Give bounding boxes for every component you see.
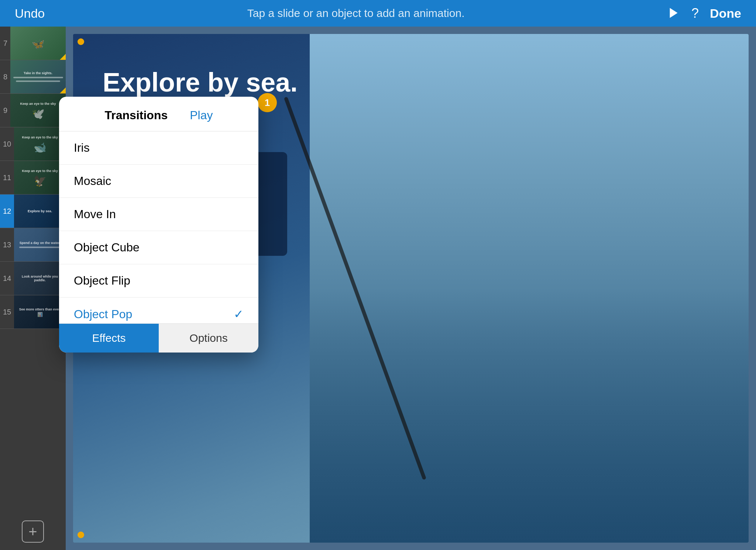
slide-thumb-13[interactable]: 13 Spend a day on the water. — [0, 228, 66, 262]
thumb-line — [16, 80, 60, 82]
water-overlay — [310, 288, 749, 543]
popup-item-move-in[interactable]: Move In — [59, 198, 258, 231]
slide-number-11: 11 — [0, 161, 14, 194]
top-bar-right: ? Done — [667, 6, 741, 21]
thumb-line — [19, 247, 61, 248]
yellow-corner-8 — [60, 87, 66, 93]
slide-thumbnail-14: Look around while you paddle. — [14, 262, 66, 295]
transitions-popup: Transitions Play IrisMosaicMove InObject… — [59, 97, 258, 353]
popup-item-label: Object Cube — [74, 241, 140, 254]
add-slide-button[interactable]: + — [22, 520, 44, 543]
popup-item-mosaic[interactable]: Mosaic — [59, 165, 258, 198]
slide-number-8: 8 — [0, 60, 10, 93]
tab-play[interactable]: Play — [190, 107, 213, 124]
yellow-corner-7 — [60, 54, 66, 60]
slide-thumbnail-13: Spend a day on the water. — [14, 228, 66, 261]
top-bar: Undo Tap a slide or an object to add an … — [0, 0, 756, 27]
tab-options[interactable]: Options — [159, 324, 258, 353]
popup-list: IrisMosaicMove InObject CubeObject FlipO… — [59, 131, 258, 323]
hint-text: Tap a slide or an object to add an anima… — [247, 7, 465, 19]
thumb-title-15: See more otters than ever. — [18, 307, 62, 312]
thumb-title-8: Take in the sights. — [22, 71, 54, 76]
bird-icon: 🕊️ — [32, 108, 45, 120]
undo-button[interactable]: Undo — [15, 6, 45, 21]
slide-number-13: 13 — [0, 228, 14, 261]
bird2-icon: 🦅 — [34, 175, 47, 187]
plus-icon: + — [28, 523, 37, 540]
slide-number-10: 10 — [0, 127, 14, 161]
slide-number-7: 7 — [0, 27, 10, 60]
top-bar-left: Undo — [15, 6, 45, 21]
slide-thumb-11[interactable]: 11 Keep an eye to the sky 🦅 ⋮ — [0, 161, 66, 195]
svg-marker-0 — [670, 8, 677, 18]
thumb-title-9: Keep an eye to the sky — [18, 101, 57, 106]
popup-item-label: Mosaic — [74, 174, 111, 188]
thumb-title-14: Look around while you paddle. — [14, 274, 66, 283]
slide-thumb-7[interactable]: 7 🦋 — [0, 27, 66, 60]
whale-icon: 🐋 — [34, 141, 47, 154]
play-button[interactable] — [667, 6, 680, 21]
thumb-line — [13, 77, 63, 78]
slide-thumb-12[interactable]: 12 Explore by sea. ⋮ ◀ — [0, 195, 66, 228]
popup-item-label: Move In — [74, 207, 116, 221]
popup-item-object-flip[interactable]: Object Flip — [59, 264, 258, 298]
help-button[interactable]: ? — [691, 6, 699, 21]
thumb-title-12: Explore by sea. — [26, 209, 54, 214]
popup-item-label: Object Flip — [74, 274, 130, 288]
popup-footer: Effects Options — [59, 323, 258, 353]
slide-number-14: 14 — [0, 262, 14, 295]
thumb-title-11: Keep an eye to the sky — [21, 168, 59, 173]
slide-thumb-9[interactable]: 9 Keep an eye to the sky 🕊️ ⋮ — [0, 94, 66, 127]
popup-item-label: Iris — [74, 141, 90, 155]
kayaker-bg — [310, 34, 749, 543]
slide-thumb-10[interactable]: 10 Keep an eye to the sky 🐋 ⋮ — [0, 127, 66, 161]
play-icon — [667, 6, 680, 20]
popup-item-iris[interactable]: Iris — [59, 131, 258, 165]
handle-top-left[interactable] — [78, 38, 84, 45]
slide-thumbnail-8: Take in the sights. — [10, 60, 66, 93]
handle-bottom-left[interactable] — [78, 532, 84, 538]
top-bar-center: Tap a slide or an object to add an anima… — [45, 7, 667, 20]
checkmark-icon: ✓ — [234, 307, 244, 321]
popup-item-object-pop[interactable]: Object Pop✓ — [59, 298, 258, 323]
slide-thumb-14[interactable]: 14 Look around while you paddle. — [0, 262, 66, 295]
slide-thumb-8[interactable]: 8 Take in the sights. — [0, 60, 66, 94]
thumb-title-10: Keep an eye to the sky — [21, 135, 59, 140]
popup-item-label: Object Pop — [74, 307, 132, 321]
popup-item-object-cube[interactable]: Object Cube — [59, 231, 258, 264]
slide-thumbnail-7: 🦋 — [10, 27, 66, 60]
tab-transitions[interactable]: Transitions — [105, 107, 168, 124]
slide-number-9: 9 — [0, 94, 10, 127]
popup-header: Transitions Play — [59, 97, 258, 131]
slide-badge: 1 — [258, 93, 277, 112]
sidebar: 7 🦋 8 Take in the sights. 9 Keep an eye … — [0, 27, 66, 550]
slide-thumbnail-15: See more otters than ever. 📊 — [14, 295, 66, 329]
slide-number-12: 12 — [0, 195, 14, 228]
tab-effects[interactable]: Effects — [59, 324, 159, 353]
done-button[interactable]: Done — [710, 6, 741, 21]
slide-thumb-15[interactable]: 15 See more otters than ever. 📊 — [0, 295, 66, 329]
butterfly-icon: 🦋 — [32, 38, 45, 50]
thumb-title-13: Spend a day on the water. — [18, 240, 62, 245]
slide-number-15: 15 — [0, 295, 14, 329]
